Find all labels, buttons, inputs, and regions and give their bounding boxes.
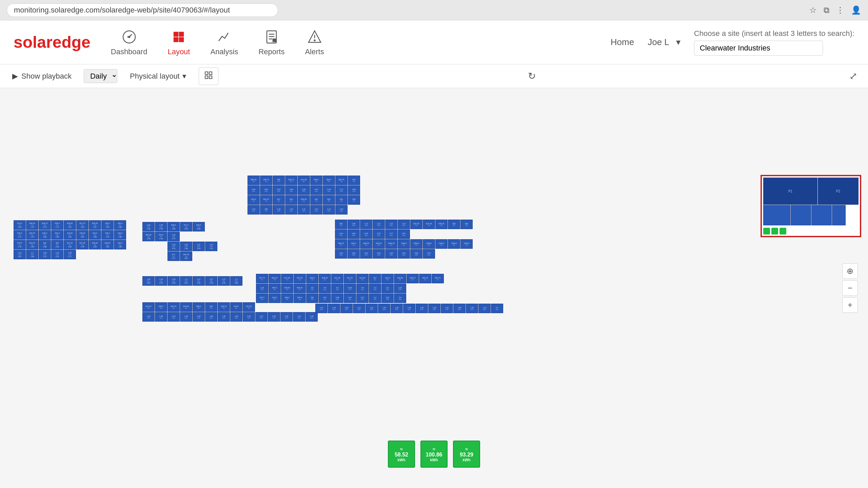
panel-cell[interactable]: 3.07kWh xyxy=(356,293,369,303)
panel-cell[interactable]: 693.75Wh xyxy=(285,176,297,185)
panel-cell[interactable]: 283.0Wh1.84 xyxy=(101,220,114,230)
panel-cell[interactable]: 295.0Wh1.80 xyxy=(114,220,126,230)
panel-cell[interactable]: 1.21kWh xyxy=(366,304,378,313)
panel-cell[interactable]: 967.5Wh xyxy=(269,284,281,293)
panel-cell[interactable]: 1.24kWh1.41 xyxy=(205,242,217,251)
panel-cell[interactable]: 838.25Wh xyxy=(319,274,331,283)
physical-layout-button[interactable]: Physical layout ▾ xyxy=(124,69,192,84)
panel-cell[interactable]: 1.32kWh xyxy=(218,312,230,322)
panel-cell[interactable]: 3.00kWh xyxy=(410,249,422,259)
panel-cell[interactable]: 627.25Wh xyxy=(344,274,356,283)
daily-select[interactable]: Daily xyxy=(84,69,117,83)
panel-cell[interactable]: 1.21kWh1.63 xyxy=(193,242,205,251)
panel-cell[interactable]: 1.32kWh1.57 xyxy=(51,250,63,259)
panel-cell[interactable]: 927.25Wh1.48 xyxy=(76,240,88,249)
panel-cell[interactable]: 1.43kWh2.04 xyxy=(155,276,167,286)
panel-cell[interactable]: 1.46kWh xyxy=(305,312,318,322)
panel-cell[interactable]: 932.0Wh1.80 xyxy=(89,230,101,240)
panel-cell[interactable]: 917Wh xyxy=(369,274,381,283)
panel-cell[interactable]: 836.75Wh1.73 xyxy=(39,220,51,230)
nav-item-dashboard[interactable]: Dashboard xyxy=(111,28,147,56)
panel-cell[interactable]: 841Wh xyxy=(310,195,322,205)
panel-cell[interactable]: 1.25kWh xyxy=(280,312,293,322)
panel-cell[interactable]: 1.42kWh xyxy=(273,205,285,215)
panel-cell[interactable]: 3.0kWh xyxy=(356,284,369,293)
panel-cell[interactable]: 1.95kWh xyxy=(340,304,353,313)
nav-item-alerts[interactable]: Alerts xyxy=(305,28,324,56)
panel-cell[interactable]: 800.75Wh xyxy=(335,176,348,185)
inverter-box-3[interactable]: ≈ 93.29 kWh xyxy=(453,441,480,468)
panel-cell[interactable]: 1.32kWh xyxy=(441,304,453,313)
panel-cell[interactable]: 3.0kWh xyxy=(331,284,343,293)
panel-cell[interactable]: 3.77kWh xyxy=(385,229,397,239)
panel-group-8[interactable]: 847.75Wh 833.75Wh 627.25Wh 837.25Wh 833.… xyxy=(256,274,444,303)
panel-cell[interactable]: 1.03kWh1.41 xyxy=(167,242,180,251)
panel-cell[interactable]: 844.5Wh xyxy=(248,195,260,205)
panel-cell[interactable]: 840.75Wh xyxy=(260,195,272,205)
panel-cell[interactable]: 1.28kWh xyxy=(403,304,415,313)
panel-cell[interactable]: 1.32kWh xyxy=(230,312,242,322)
panel-cell[interactable]: 3.2kWh xyxy=(369,293,381,303)
panel-cell[interactable]: 879.75Wh xyxy=(142,302,155,312)
panel-cell[interactable]: 1.30kWh xyxy=(416,304,428,313)
panel-cell[interactable]: 839.25Wh1.91 xyxy=(64,220,76,230)
panel-cell[interactable]: 1.01kWh xyxy=(398,220,410,229)
panel-group-3[interactable]: 1.35kWh2.26 1.43kWh2.04 1.28kWh2.35 1.2k… xyxy=(142,276,242,286)
panel-cell[interactable]: 3.47kWh xyxy=(310,185,322,195)
panel-cell[interactable]: 3.00kWh xyxy=(348,249,360,259)
panel-group-1[interactable]: 874.5Wh1.52 846.25Wh1.72 836.75Wh1.73 83… xyxy=(14,220,119,296)
panel-cell[interactable]: 1.23kWh xyxy=(285,205,297,215)
panel-cell[interactable]: 3.75kWh xyxy=(373,229,385,239)
panel-cell[interactable]: 1.25kWh xyxy=(328,304,340,313)
panel-cell[interactable]: 1.14kWh xyxy=(323,205,335,215)
panel-cell[interactable]: 836.0Wh xyxy=(281,293,293,303)
compass-button[interactable]: ⊕ xyxy=(842,263,858,279)
panel-cell[interactable]: 843.75Wh1.46 xyxy=(26,240,38,249)
panel-cell[interactable]: 295.25Wh1.80 xyxy=(101,240,114,249)
panel-cell[interactable]: 1.12kWh xyxy=(360,220,372,229)
panel-cell[interactable]: 833.6Wh xyxy=(306,274,318,283)
panel-cell[interactable]: 3.06kWh xyxy=(373,249,385,259)
panel-cell[interactable]: 3.3kWh xyxy=(369,284,381,293)
panel-cell[interactable]: 834Wh xyxy=(285,195,297,205)
panel-cell[interactable]: 837.25Wh xyxy=(243,302,255,312)
panel-cell[interactable]: 862.25Wh1.40 xyxy=(142,232,155,241)
panel-cell[interactable]: 848Wh xyxy=(273,176,285,185)
site-search-input[interactable] xyxy=(694,41,823,56)
panel-cell[interactable]: 1550.0Wh xyxy=(398,239,410,249)
panel-cell[interactable]: 3.5kWh xyxy=(319,284,331,293)
panel-cell[interactable]: 869.75Wh xyxy=(335,239,347,249)
panel-cell[interactable]: 1.22kWh xyxy=(335,205,348,215)
panel-cell[interactable]: 1.62kWh1.40 xyxy=(180,242,192,251)
panel-cell[interactable]: 1.21kWh xyxy=(385,220,397,229)
panel-cell[interactable]: 871.5Wh0.40 xyxy=(180,222,192,231)
panel-cell[interactable]: 840.0Wh xyxy=(294,293,306,303)
panel-cell[interactable]: 847.5Wh xyxy=(256,293,268,303)
panel-cell[interactable]: 3.00kWh xyxy=(285,185,297,195)
panel-cell[interactable]: 1.25kWh xyxy=(378,304,390,313)
panel-cell[interactable]: 839.25Wh xyxy=(281,284,293,293)
panel-cell[interactable]: 1.12kWh xyxy=(478,304,491,313)
export-button[interactable]: ⤢ xyxy=(845,68,861,84)
panel-cell[interactable]: 3.52kWh xyxy=(348,185,360,195)
home-link[interactable]: Home xyxy=(611,37,634,47)
panel-cell[interactable]: 495.25Wh xyxy=(373,239,385,249)
panel-cell[interactable]: 1.27kWh2.32 xyxy=(193,276,205,286)
panel-cell[interactable]: 834Wh xyxy=(348,195,360,205)
panel-cell[interactable]: 3.7kWh xyxy=(491,304,503,313)
panel-cell[interactable]: 843.0Wh xyxy=(269,293,281,303)
panel-cell[interactable]: 1.1kWh2.00 xyxy=(230,276,242,286)
user-dropdown-icon[interactable]: ▾ xyxy=(676,37,680,47)
panel-cell[interactable]: 813.5Wh xyxy=(230,302,242,312)
panel-group-2[interactable]: 1.29kWh1.32 1.48kWh1.35 809.5Wh1.60 871.… xyxy=(142,222,217,261)
panel-cell[interactable]: 627.25Wh xyxy=(331,274,343,283)
panel-cell[interactable]: 1.34kWh xyxy=(167,312,180,322)
panel-cell[interactable]: 954.75Wh xyxy=(419,274,431,283)
panel-cell[interactable]: 830.0Wh1.80 xyxy=(39,230,51,240)
panel-cell[interactable]: 627.25Wh xyxy=(281,274,293,283)
selected-panel-block-1[interactable]: P1 xyxy=(763,178,817,205)
panel-cell[interactable]: 826.25Wh xyxy=(294,284,306,293)
panel-cell[interactable]: 833.25Wh xyxy=(180,302,192,312)
panel-cell[interactable]: 1.28kWh xyxy=(391,304,403,313)
panel-cell[interactable]: 1.3kWh1.40 xyxy=(26,250,38,259)
